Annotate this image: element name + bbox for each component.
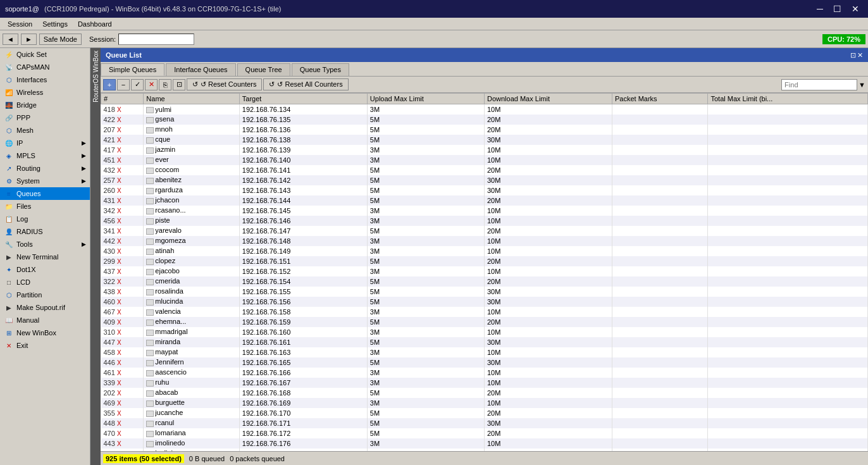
table-row[interactable]: 418 X yulmi 192.168.76.134 3M 10M xyxy=(101,104,868,115)
sidebar-item-make-supout[interactable]: ▶ Make Supout.rif xyxy=(0,301,90,314)
col-target[interactable]: Target xyxy=(239,94,367,104)
sidebar-item-ip[interactable]: 🌐 IP ▶ xyxy=(0,137,90,149)
sidebar-item-lcd[interactable]: □ LCD xyxy=(0,276,90,288)
tab-simple-queues[interactable]: Simple Queues xyxy=(101,63,164,76)
sidebar-item-exit[interactable]: ✕ Exit xyxy=(0,339,90,352)
reset-counters-button[interactable]: ↺ ↺ Reset Counters xyxy=(187,78,262,90)
sidebar-item-radius[interactable]: 👤 RADIUS xyxy=(0,225,90,238)
find-dropdown-icon[interactable]: ▼ xyxy=(859,81,865,89)
menu-settings[interactable]: Settings xyxy=(37,20,73,28)
table-row[interactable]: 417 X jazmin 192.168.76.139 3M 10M xyxy=(101,145,868,155)
sidebar-item-mpls[interactable]: ◈ MPLS ▶ xyxy=(0,149,90,162)
sidebar-item-files[interactable]: 📁 Files xyxy=(0,200,90,213)
cell-name: ejacobo xyxy=(144,266,240,276)
col-download[interactable]: Download Max Limit xyxy=(484,94,612,104)
table-row[interactable]: 456 X piste 192.168.76.146 3M 10M xyxy=(101,216,868,226)
table-row[interactable]: 460 X mlucinda 192.168.76.156 5M 30M xyxy=(101,297,868,307)
enable-button[interactable]: ✓ xyxy=(131,79,144,90)
cell-num: 417 X xyxy=(101,145,144,155)
cell-target: 192.168.76.170 xyxy=(239,408,367,418)
table-row[interactable]: 470 X lomariana 192.168.76.172 5M 20M xyxy=(101,428,868,438)
sidebar-item-new-winbox[interactable]: ⊞ New WinBox xyxy=(0,326,90,339)
cell-download: 30M xyxy=(484,357,612,368)
sidebar-item-label: Routing xyxy=(16,164,40,172)
disable-button[interactable]: ✕ xyxy=(145,79,158,90)
sidebar-item-quick-set[interactable]: ⚡ Quick Set xyxy=(0,48,90,61)
table-row[interactable]: 430 X atinah 192.168.76.149 3M 10M xyxy=(101,246,868,256)
table-row[interactable]: 447 X miranda 192.168.76.161 5M 30M xyxy=(101,337,868,347)
back-button[interactable]: ◄ xyxy=(3,34,18,45)
col-upload[interactable]: Upload Max Limit xyxy=(367,94,484,104)
table-container[interactable]: # Name Target Upload Max Limit Download … xyxy=(101,93,868,451)
safe-mode-button[interactable]: Safe Mode xyxy=(39,34,82,45)
sidebar-item-partition[interactable]: ⬡ Partition xyxy=(0,288,90,301)
menu-dashboard[interactable]: Dashboard xyxy=(73,20,117,28)
sidebar-item-routing[interactable]: ↗ Routing ▶ xyxy=(0,162,90,175)
sidebar-item-capsman[interactable]: 📡 CAPsMAN xyxy=(0,61,90,73)
cell-marks xyxy=(612,115,708,125)
cell-num: 456 X xyxy=(101,216,144,226)
add-button[interactable]: + xyxy=(103,79,116,90)
tab-interface-queues[interactable]: Interface Queues xyxy=(166,63,235,76)
content-header-close-button[interactable]: ✕ xyxy=(857,51,863,59)
table-row[interactable]: 341 X yarevalo 192.168.76.147 5M 20M xyxy=(101,226,868,236)
table-row[interactable]: 322 X cmerida 192.168.76.154 5M 20M xyxy=(101,276,868,287)
table-row[interactable]: 438 X rosalinda 192.168.76.155 5M 30M xyxy=(101,287,868,297)
table-row[interactable]: 257 X abenitez 192.168.76.142 5M 30M xyxy=(101,175,868,185)
sidebar-item-wireless[interactable]: 📶 Wireless xyxy=(0,86,90,99)
table-row[interactable]: 431 X jchacon 192.168.76.144 5M 20M xyxy=(101,195,868,206)
sidebar-item-queues[interactable]: ≡ Queues xyxy=(0,187,90,200)
remove-button[interactable]: − xyxy=(117,79,130,90)
reset-all-counters-button[interactable]: ↺ ↺ Reset All Counters xyxy=(263,78,348,90)
sidebar-item-manual[interactable]: 📖 Manual xyxy=(0,314,90,326)
session-input[interactable] xyxy=(118,34,194,45)
content-header-resize-button[interactable]: ⊡ xyxy=(850,51,856,59)
table-row[interactable]: 421 X cque 192.168.76.138 5M 30M xyxy=(101,135,868,145)
table-row[interactable]: 422 X gsena 192.168.76.135 5M 20M xyxy=(101,115,868,125)
table-row[interactable]: 458 X maypat 192.168.76.163 3M 10M xyxy=(101,347,868,357)
minimize-button[interactable]: ─ xyxy=(813,4,827,14)
maximize-button[interactable]: ☐ xyxy=(829,4,845,14)
table-row[interactable]: 442 X mgomeza 192.168.76.148 3M 10M xyxy=(101,236,868,246)
table-row[interactable]: 469 X burguette 192.168.76.169 3M 10M xyxy=(101,398,868,408)
table-row[interactable]: 207 X mnoh 192.168.76.136 5M 20M xyxy=(101,125,868,135)
table-row[interactable]: 467 X valencia 192.168.76.158 3M 10M xyxy=(101,307,868,317)
sidebar-item-dot1x[interactable]: ✦ Dot1X xyxy=(0,263,90,276)
table-row[interactable]: 355 X jucanche 192.168.76.170 5M 20M xyxy=(101,408,868,418)
forward-button[interactable]: ► xyxy=(21,34,37,45)
sidebar-item-new-terminal[interactable]: ▶ New Terminal xyxy=(0,251,90,263)
sidebar-item-ppp[interactable]: 🔗 PPP xyxy=(0,111,90,124)
col-marks[interactable]: Packet Marks xyxy=(612,94,708,104)
menu-session[interactable]: Session xyxy=(3,20,37,28)
sidebar-item-mesh[interactable]: ⬡ Mesh xyxy=(0,124,90,137)
table-row[interactable]: 448 X rcanul 192.168.76.171 5M 30M xyxy=(101,418,868,428)
table-row[interactable]: 446 X Jennifern 192.168.76.165 5M 30M xyxy=(101,357,868,368)
table-row[interactable]: 409 X ehemna... 192.168.76.159 5M 20M xyxy=(101,317,868,327)
sidebar-item-tools[interactable]: 🔧 Tools ▶ xyxy=(0,238,90,251)
tab-queue-types[interactable]: Queue Types xyxy=(292,63,349,76)
table-row[interactable]: 202 X abacab 192.168.76.168 5M 20M xyxy=(101,388,868,398)
sidebar-item-log[interactable]: 📋 Log xyxy=(0,213,90,225)
table-row[interactable]: 299 X clopez 192.168.76.151 5M 20M xyxy=(101,256,868,266)
col-num[interactable]: # xyxy=(101,94,144,104)
filter-button[interactable]: ⊡ xyxy=(173,79,185,90)
table-row[interactable]: 339 X ruhu 192.168.76.167 3M 10M xyxy=(101,378,868,388)
close-button[interactable]: ✕ xyxy=(848,4,863,14)
table-row[interactable]: 342 X rcasano... 192.168.76.145 3M 10M xyxy=(101,206,868,216)
sidebar-item-interfaces[interactable]: ⬡ Interfaces xyxy=(0,73,90,86)
col-name[interactable]: Name xyxy=(144,94,240,104)
table-row[interactable]: 451 X ever 192.168.76.140 3M 10M xyxy=(101,155,868,165)
table-row[interactable]: 443 X imolinedo 192.168.76.176 3M 10M xyxy=(101,438,868,449)
table-row[interactable]: 461 X aascencio 192.168.76.166 3M 10M xyxy=(101,368,868,378)
sidebar-item-bridge[interactable]: 🌉 Bridge xyxy=(0,99,90,111)
tab-queue-tree[interactable]: Queue Tree xyxy=(237,63,290,76)
table-row[interactable]: 432 X ccocom 192.168.76.141 5M 20M xyxy=(101,165,868,175)
table-row[interactable]: 260 X rgarduza 192.168.76.143 5M 30M xyxy=(101,185,868,195)
table-row[interactable]: 310 X mmadrigal 192.168.76.160 3M 10M xyxy=(101,327,868,337)
cell-target: 192.168.76.143 xyxy=(239,185,367,195)
table-row[interactable]: 437 X ejacobo 192.168.76.152 3M 10M xyxy=(101,266,868,276)
sidebar-item-system[interactable]: ⚙ System ▶ xyxy=(0,175,90,187)
col-total[interactable]: Total Max Limit (bi... xyxy=(708,94,868,104)
find-input[interactable] xyxy=(781,79,857,90)
copy-button[interactable]: ⎘ xyxy=(159,79,171,90)
